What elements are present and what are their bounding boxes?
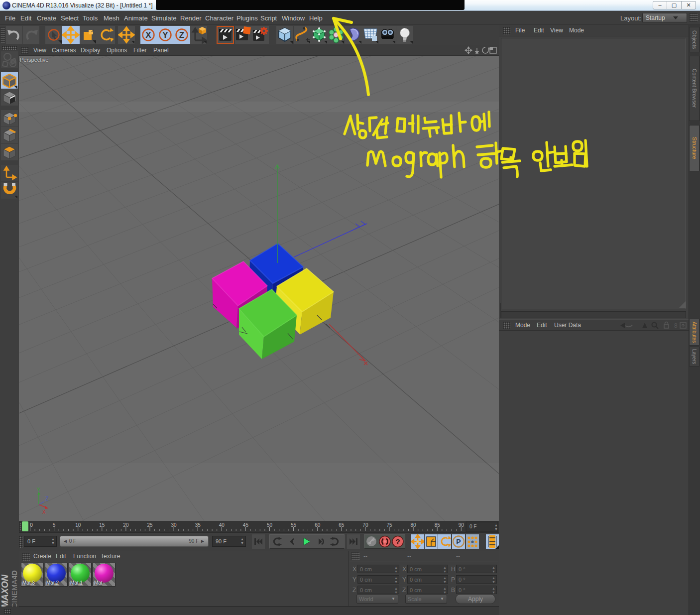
svg-text:Y: Y bbox=[37, 487, 40, 492]
svg-text:0 F: 0 F bbox=[469, 524, 476, 529]
svg-text:10: 10 bbox=[75, 522, 81, 528]
svg-text:40: 40 bbox=[219, 522, 225, 528]
svg-text:80: 80 bbox=[411, 522, 417, 528]
svg-text:X: X bbox=[42, 509, 46, 515]
svg-text:55: 55 bbox=[291, 522, 297, 528]
svg-text:▼: ▼ bbox=[494, 527, 498, 531]
svg-text:50: 50 bbox=[267, 522, 273, 528]
svg-text:X: X bbox=[145, 30, 151, 40]
svg-text:Z: Z bbox=[45, 496, 48, 501]
svg-text:85: 85 bbox=[435, 522, 441, 528]
svg-text:?: ? bbox=[395, 537, 400, 546]
svg-text:25: 25 bbox=[147, 522, 153, 528]
svg-text:▲: ▲ bbox=[494, 523, 498, 527]
svg-text:45: 45 bbox=[243, 522, 249, 528]
svg-text:0: 0 bbox=[30, 522, 33, 528]
svg-text:Y: Y bbox=[162, 30, 168, 40]
svg-text:20: 20 bbox=[123, 522, 129, 528]
svg-text:8: 8 bbox=[674, 322, 678, 329]
svg-text:60: 60 bbox=[315, 522, 321, 528]
svg-text:P: P bbox=[456, 538, 461, 546]
svg-text:15: 15 bbox=[99, 522, 105, 528]
svg-text:Z: Z bbox=[179, 30, 184, 40]
svg-text:65: 65 bbox=[339, 522, 345, 528]
svg-text:5: 5 bbox=[53, 522, 56, 528]
svg-text:90: 90 bbox=[459, 522, 465, 528]
svg-text:30: 30 bbox=[171, 522, 177, 528]
svg-text:35: 35 bbox=[195, 522, 201, 528]
svg-text:75: 75 bbox=[386, 522, 392, 528]
svg-text:70: 70 bbox=[362, 522, 368, 528]
